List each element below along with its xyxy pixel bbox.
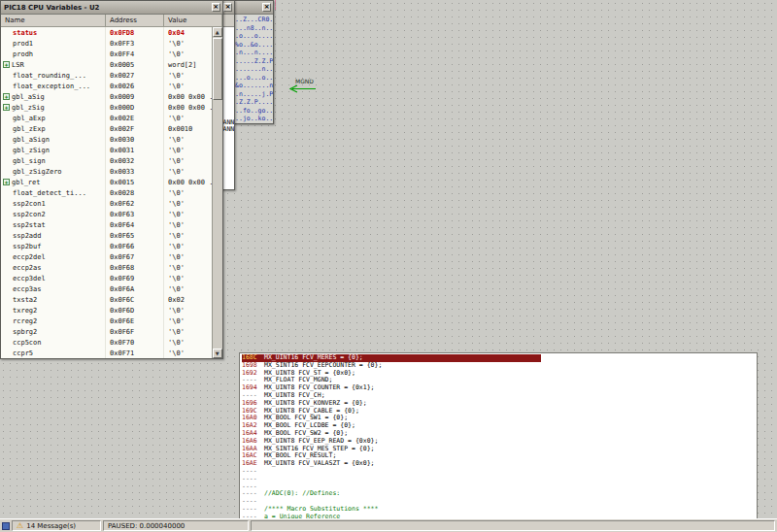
- expand-icon[interactable]: +: [3, 179, 10, 185]
- variable-row[interactable]: +gbl_zSig0x000D0x00 0x00 ...: [1, 102, 222, 113]
- variable-row[interactable]: gbl_zSigZero0x0033'\0': [1, 166, 222, 177]
- source-line[interactable]: ----: [242, 468, 757, 476]
- variables-scrollbar[interactable]: ▲ ▼: [212, 27, 222, 358]
- variable-name-cell: +LSR: [1, 59, 106, 70]
- source-text: MX_BOOL FCV_RESULT;: [264, 451, 336, 459]
- variable-row[interactable]: status0x0FD80x04: [1, 27, 222, 38]
- source-text: MX_UINT8 FCV_CABLE = {0};: [264, 407, 359, 415]
- variable-name: status: [13, 29, 37, 37]
- variable-name: txsta2: [13, 296, 37, 304]
- source-text: MX_BOOL FCV_LCDBE = {0};: [264, 421, 355, 429]
- variable-address: 0x0033: [106, 166, 164, 177]
- source-line[interactable]: ----: [242, 476, 757, 483]
- source-text: /**** Macro Substitutions ****: [264, 505, 378, 513]
- variable-row[interactable]: rcreg20x0F6E'\0': [1, 316, 222, 326]
- variable-row[interactable]: gbl_sign0x0032'\0': [1, 155, 222, 166]
- wire-label-text: MGND: [295, 78, 314, 84]
- variable-name: gbl_zSign: [13, 147, 50, 154]
- simulation-log-icon[interactable]: [2, 522, 10, 530]
- scroll-down-icon[interactable]: ▼: [213, 349, 222, 358]
- source-text: MX_SINT16 FCV_EEPCOUNTER = {0};: [264, 361, 382, 369]
- variable-row[interactable]: prodh0x0FF4'\0': [1, 49, 222, 59]
- variable-row[interactable]: gbl_zSign0x0031'\0': [1, 145, 222, 155]
- variable-name-cell: ccpr5: [1, 348, 106, 358]
- variable-address: 0x0028: [106, 187, 164, 198]
- expand-icon[interactable]: +: [3, 104, 10, 111]
- variable-name: prod1: [13, 40, 33, 48]
- variable-name-cell: gbl_aExp: [1, 113, 106, 123]
- scroll-up-icon[interactable]: ▲: [213, 27, 222, 37]
- column-header-name[interactable]: Name: [1, 15, 106, 27]
- variable-row[interactable]: eccp3del0x0F69'\0': [1, 273, 222, 283]
- expand-icon[interactable]: +: [3, 93, 10, 100]
- variable-name-cell: float_detect_ti...: [1, 187, 106, 198]
- source-text: MX_BOOL FCV_SW1 = {0};: [264, 414, 348, 421]
- variable-row[interactable]: ccpr50x0F71'\0': [1, 348, 222, 358]
- variable-name-cell: prodh: [1, 49, 106, 59]
- variable-name-cell: ssp2con1: [1, 198, 106, 209]
- variable-row[interactable]: spbrg20x0F6F'\0': [1, 326, 222, 337]
- variable-name-cell: eccp3as: [1, 283, 106, 294]
- variable-name: LSR: [12, 61, 24, 69]
- variable-row[interactable]: txsta20x0F6C0x02: [1, 294, 222, 305]
- variable-row[interactable]: gbl_aExp0x002E'\0': [1, 113, 222, 123]
- variable-address: 0x0026: [106, 81, 164, 91]
- source-line[interactable]: 16AEMX_UINT8 FCV_VALASZT = {0x0};: [242, 460, 757, 468]
- variable-address: 0x0F69: [106, 273, 164, 283]
- variable-row[interactable]: float_detect_ti...0x0028'\0': [1, 187, 222, 198]
- variable-row[interactable]: ssp2buf0x0F66'\0': [1, 241, 222, 251]
- variable-name-cell: +gbl_zSig: [1, 102, 106, 113]
- close-icon[interactable]: ×: [223, 3, 232, 12]
- variable-address: 0x002F: [106, 123, 164, 134]
- status-filler-panel: [251, 520, 775, 531]
- column-header-address[interactable]: Address: [106, 15, 164, 27]
- variable-name-cell: float_exception_...: [1, 81, 106, 91]
- variable-name: gbl_aSig: [12, 93, 45, 101]
- column-header-value[interactable]: Value: [164, 15, 222, 27]
- variable-name: ccp5con: [13, 339, 42, 347]
- variable-address: 0x002E: [106, 113, 164, 123]
- source-text: MX_UINT8 FCV_EEP_READ = {0x0};: [264, 437, 378, 445]
- source-listing-pane: 168CMX_UINT16 FCV_MERES = {0};1698MX_SIN…: [239, 352, 758, 521]
- close-icon[interactable]: ×: [212, 3, 220, 12]
- variable-row[interactable]: ssp2add0x0F65'\0': [1, 230, 222, 241]
- variable-row[interactable]: txreg20x0F6D'\0': [1, 305, 222, 316]
- variable-row[interactable]: float_exception_...0x0026'\0': [1, 81, 222, 91]
- variable-name: gbl_zSigZero: [13, 168, 62, 176]
- variable-name: float_detect_ti...: [13, 189, 86, 197]
- close-icon[interactable]: ×: [262, 3, 271, 12]
- variable-address: 0x0F6D: [106, 305, 164, 316]
- variable-row[interactable]: +LSR0x0005word[2]: [1, 59, 222, 70]
- variable-name: gbl_aSign: [13, 136, 50, 144]
- variable-row[interactable]: ssp2stat0x0F64'\0': [1, 219, 222, 230]
- variable-row[interactable]: gbl_zExp0x002F0x0010: [1, 123, 222, 134]
- variable-row[interactable]: ssp2con20x0F63'\0': [1, 209, 222, 219]
- variable-name: gbl_zSig: [12, 104, 45, 112]
- variable-row[interactable]: eccp2del0x0F67'\0': [1, 251, 222, 262]
- variable-address: 0x0F70: [106, 337, 164, 348]
- variable-name: ssp2stat: [13, 221, 46, 229]
- messages-panel[interactable]: ⚠ 14 Message(s): [12, 520, 101, 531]
- variable-row[interactable]: float_rounding_...0x0027'\0': [1, 70, 222, 81]
- variable-row[interactable]: +gbl_aSig0x00090x00 0x00 ...: [1, 91, 222, 102]
- variable-row[interactable]: ssp2con10x0F62'\0': [1, 198, 222, 209]
- variable-row[interactable]: +gbl_ret0x00150x00 0x00 ...: [1, 177, 222, 187]
- variable-name: ssp2con2: [13, 211, 46, 218]
- variables-rows: status0x0FD80x04prod10x0FF3'\0'prodh0x0F…: [1, 27, 222, 358]
- variable-row[interactable]: prod10x0FF3'\0': [1, 38, 222, 49]
- window-title: PIC18 CPU Variables - U2: [4, 4, 212, 12]
- variable-name-cell: ssp2add: [1, 230, 106, 241]
- variable-row[interactable]: eccp3as0x0F6A'\0': [1, 283, 222, 294]
- variable-name-cell: gbl_aSign: [1, 134, 106, 145]
- variable-row[interactable]: eccp2as0x0F68'\0': [1, 262, 222, 273]
- schematic-marker: [275, 0, 276, 10]
- scrollbar-thumb[interactable]: [213, 38, 222, 100]
- variable-row[interactable]: ccp5con0x0F70'\0': [1, 337, 222, 348]
- variable-name: ssp2add: [13, 232, 42, 240]
- variable-address: 0x0FD8: [106, 27, 164, 38]
- expand-icon[interactable]: +: [3, 61, 10, 68]
- variable-name-cell: txreg2: [1, 305, 106, 316]
- variable-row[interactable]: gbl_aSign0x0030'\0': [1, 134, 222, 145]
- variables-titlebar[interactable]: PIC18 CPU Variables - U2 ×: [1, 1, 222, 15]
- source-line[interactable]: ----//ADC(0): //Defines:: [242, 490, 757, 498]
